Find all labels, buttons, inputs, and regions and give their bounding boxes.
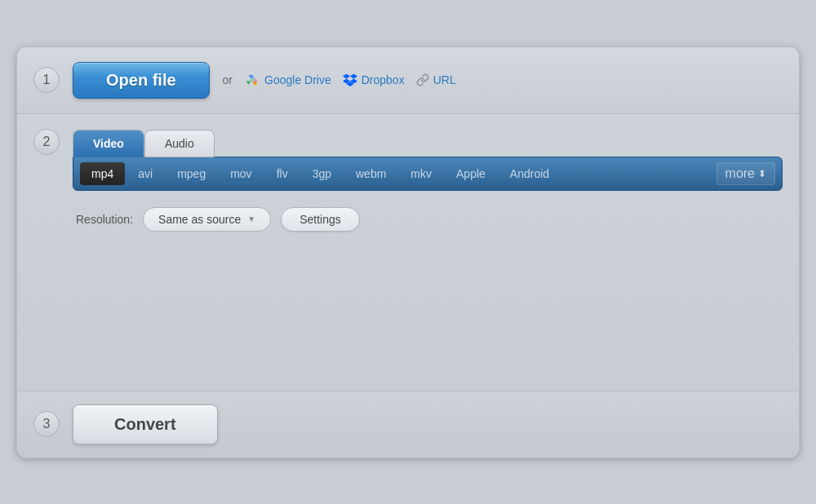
format-tabs: Video Audio [73,129,783,157]
resolution-dropdown[interactable]: Same as source ▼ [143,207,271,232]
step-number-3: 3 [33,411,60,437]
dropbox-label: Dropbox [361,73,405,86]
google-drive-label: Google Drive [264,73,331,86]
cloud-options: Google Drive Dropbox URL [246,73,456,87]
format-mkv[interactable]: mkv [399,162,443,185]
open-file-button[interactable]: Open file [73,62,210,99]
format-android[interactable]: Android [499,162,561,185]
url-label: URL [433,73,456,86]
format-mov[interactable]: mov [219,162,263,185]
section-format: 2 Video Audio mp4 avi mpeg [17,114,799,391]
format-mpeg[interactable]: mpeg [166,162,217,185]
chevron-down-icon: ▼ [247,214,255,223]
format-more-label: more [725,166,755,181]
section-open-file: 1 Open file or Google Drive [17,47,799,114]
url-link[interactable]: URL [416,73,456,86]
resolution-value: Same as source [158,213,241,226]
dropbox-icon [343,73,357,87]
format-avi[interactable]: avi [126,162,164,185]
url-icon [416,73,429,86]
convert-button[interactable]: Convert [73,405,218,444]
step-number-1: 1 [33,67,60,93]
format-3gp[interactable]: 3gp [301,162,343,185]
format-mp4[interactable]: mp4 [80,162,125,185]
format-apple[interactable]: Apple [445,162,497,185]
format-webm[interactable]: webm [344,162,397,185]
format-bar: mp4 avi mpeg mov flv 3gp webm [73,157,783,191]
format-flv[interactable]: flv [265,162,299,185]
settings-button[interactable]: Settings [281,207,360,232]
step-number-2: 2 [33,129,60,155]
tab-video[interactable]: Video [73,130,144,157]
dropbox-link[interactable]: Dropbox [343,73,405,87]
section-convert: 3 Convert [17,391,799,458]
google-drive-icon [246,73,260,87]
app-container: 1 Open file or Google Drive [16,46,800,458]
chevron-up-down-icon: ⬍ [758,168,766,179]
or-text: or [223,73,233,86]
format-more-button[interactable]: more ⬍ [716,162,775,185]
resolution-label: Resolution: [76,213,133,226]
resolution-row: Resolution: Same as source ▼ Settings [73,207,783,232]
tab-audio[interactable]: Audio [144,130,215,157]
format-content: Video Audio mp4 avi mpeg mov [73,129,783,232]
google-drive-link[interactable]: Google Drive [246,73,331,87]
